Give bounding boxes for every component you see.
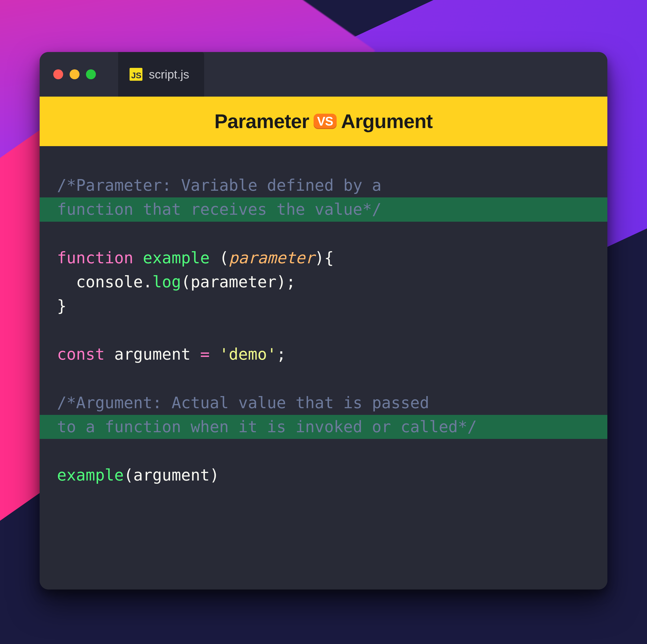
file-tab[interactable]: JS script.js [118, 52, 204, 96]
paren: ) [210, 466, 219, 484]
space [105, 345, 115, 363]
dot: . [143, 273, 153, 291]
editor-window: JS script.js Parameter VS Argument /*Par… [40, 52, 607, 589]
close-icon[interactable] [53, 69, 63, 79]
function-call: example [57, 466, 124, 484]
code-line: const argument = 'demo'; [40, 342, 607, 366]
brace: } [57, 297, 67, 315]
code-line: } [40, 294, 607, 318]
comment-text: /*Argument: Actual value that is passed [57, 393, 429, 412]
banner-right: Argument [341, 110, 433, 133]
title-banner: Parameter VS Argument [40, 96, 607, 146]
code-line: /*Argument: Actual value that is passed [40, 391, 607, 415]
comment-text: to a function when it is invoked or call… [57, 418, 477, 436]
file-tab-label: script.js [149, 68, 189, 81]
window-controls [53, 69, 96, 79]
maximize-icon[interactable] [86, 69, 96, 79]
function-name: example [143, 249, 210, 267]
identifier: argument [133, 466, 210, 484]
space [210, 345, 219, 363]
space [191, 345, 200, 363]
method-name: log [152, 273, 181, 291]
code-line: console.log(parameter); [40, 270, 607, 294]
code-line: example(argument) [40, 463, 607, 487]
code-line-highlighted: function that receives the value*/ [40, 197, 607, 221]
paren: ( [181, 273, 191, 291]
brace: { [324, 249, 334, 267]
banner-left: Parameter [215, 110, 309, 133]
js-file-icon: JS [130, 68, 142, 81]
identifier: parameter [191, 273, 276, 291]
semicolon: ; [286, 273, 296, 291]
minimize-icon[interactable] [70, 69, 79, 79]
blank-line [40, 318, 607, 342]
titlebar: JS script.js [40, 52, 607, 96]
string-literal: 'demo' [219, 345, 276, 363]
semicolon: ; [276, 345, 286, 363]
indent [57, 273, 76, 291]
code-line-highlighted: to a function when it is invoked or call… [40, 415, 607, 439]
paren: ( [124, 466, 134, 484]
paren: ) [276, 273, 286, 291]
space [133, 249, 143, 267]
comment-text: function that receives the value*/ [57, 200, 381, 218]
identifier: console [76, 273, 143, 291]
code-editor[interactable]: /*Parameter: Variable defined by a funct… [40, 146, 607, 589]
blank-line [40, 367, 607, 391]
space [210, 249, 219, 267]
parameter-name: parameter [229, 249, 315, 267]
code-line: function example (parameter){ [40, 246, 607, 270]
keyword: function [57, 249, 133, 267]
comment-text: /*Parameter: Variable defined by a [57, 176, 381, 195]
paren: ( [219, 249, 229, 267]
paren: ) [314, 249, 324, 267]
vs-badge-icon: VS [313, 114, 337, 129]
blank-line [40, 439, 607, 463]
code-line: /*Parameter: Variable defined by a [40, 173, 607, 197]
operator: = [200, 345, 210, 363]
blank-line [40, 222, 607, 246]
keyword: const [57, 345, 105, 363]
identifier: argument [114, 345, 191, 363]
